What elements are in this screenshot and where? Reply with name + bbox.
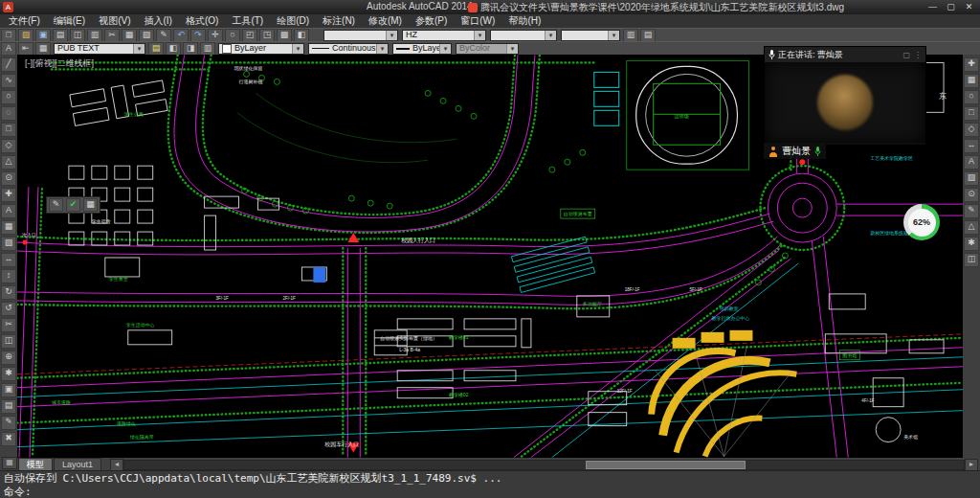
save-icon[interactable]: ▣ xyxy=(35,29,51,42)
triangle-snap-icon[interactable]: △ xyxy=(964,220,979,235)
viewport-controls[interactable]: [-][俯视][二维线框] xyxy=(25,57,94,70)
zoom-realtime-icon[interactable]: ○ xyxy=(225,29,240,42)
hatch-edit-icon[interactable]: ▨ xyxy=(964,171,979,186)
redo-icon[interactable]: ↷ xyxy=(190,29,206,42)
meeting-expand-icon[interactable]: ▢ xyxy=(902,51,910,59)
paste-icon[interactable]: ▧ xyxy=(139,29,154,42)
group-icon[interactable]: ▦ xyxy=(964,74,979,88)
layer-tool-icon[interactable]: ▤ xyxy=(1,399,16,414)
table-style-combo-arrow[interactable]: ▾ xyxy=(545,30,556,40)
text-tool-icon[interactable]: A xyxy=(1,204,16,218)
diamond-osnap-icon[interactable]: ◇ xyxy=(964,123,979,137)
menu-item-7[interactable]: 绘图(D) xyxy=(270,14,316,28)
linetype-combo[interactable]: Continuous ▾ xyxy=(308,43,389,55)
copy-icon[interactable]: ▦ xyxy=(122,29,137,42)
designcenter-icon[interactable]: ◧ xyxy=(294,29,309,42)
polygon-tool-icon[interactable]: ◇ xyxy=(1,139,16,153)
triangle-tool-icon[interactable]: △ xyxy=(1,155,16,170)
center-snap-icon[interactable]: ⊙ xyxy=(964,188,979,202)
close-button[interactable]: ✕ xyxy=(960,0,978,13)
zoom-window-icon[interactable]: ◰ xyxy=(242,29,257,42)
layer-previous-icon[interactable]: ◨ xyxy=(183,42,198,56)
block-tool-icon[interactable]: ▣ xyxy=(1,383,16,397)
mirror-icon[interactable]: ◫ xyxy=(964,253,979,267)
polyline-tool-icon[interactable]: ∿ xyxy=(1,74,16,88)
edit-tool-icon[interactable]: ✎ xyxy=(1,416,16,430)
linetype-combo-arrow[interactable]: ▾ xyxy=(376,43,388,54)
menu-item-4[interactable]: 插入(I) xyxy=(137,14,178,28)
menu-item-10[interactable]: 参数(P) xyxy=(409,14,454,28)
scrollbar-track[interactable] xyxy=(123,460,965,470)
scroll-left-arrow[interactable]: ◂ xyxy=(110,459,123,471)
layer-filter-icon[interactable]: ▥ xyxy=(200,42,215,56)
participant-row[interactable]: 曹灿景 xyxy=(764,144,826,159)
minimize-button[interactable]: — xyxy=(924,0,942,13)
publish-icon[interactable]: ▥ xyxy=(87,29,102,42)
speaker-video[interactable] xyxy=(765,62,925,143)
layer-properties-icon[interactable]: ▤ xyxy=(148,42,164,56)
mini-grid-icon[interactable]: ▦ xyxy=(83,198,98,212)
dim-style-combo[interactable]: HZ▾ xyxy=(402,30,486,41)
scrollbar-thumb[interactable] xyxy=(586,461,746,469)
zoom-previous-icon[interactable]: ◳ xyxy=(259,29,275,42)
meeting-more-icon[interactable]: ⋮ xyxy=(914,51,922,59)
pan-icon[interactable]: ✛ xyxy=(208,29,223,42)
undo-icon[interactable]: ↶ xyxy=(173,29,189,42)
mini-confirm-icon[interactable]: ✔ xyxy=(66,198,80,212)
lineweight-combo[interactable]: ByLayer ▾ xyxy=(392,43,452,55)
dim-vertical-icon[interactable]: ↕ xyxy=(1,269,16,283)
selected-blue-solid[interactable] xyxy=(313,267,325,283)
circle-tool-icon[interactable]: ○ xyxy=(1,90,16,104)
erase-tool-icon[interactable]: ✖ xyxy=(1,432,16,446)
donut-tool-icon[interactable]: ⊙ xyxy=(1,171,16,186)
mleader-style-combo[interactable]: ▾ xyxy=(561,30,620,41)
table-style-icon[interactable]: ▦ xyxy=(35,42,51,56)
text-style-icon[interactable]: A xyxy=(1,42,16,56)
plot-preview-icon[interactable]: ◫ xyxy=(70,29,85,42)
annotate-icon[interactable]: A xyxy=(964,155,979,170)
rect-osnap-icon[interactable]: □ xyxy=(964,106,979,121)
measure-icon[interactable]: ↔ xyxy=(964,139,979,153)
text-style-combo-top[interactable]: ▾ xyxy=(323,30,398,41)
pencil-icon[interactable]: ✎ xyxy=(964,204,979,218)
qnew-icon[interactable]: □ xyxy=(1,29,16,42)
menu-item-2[interactable]: 编辑(E) xyxy=(47,14,92,28)
rotate-tool-icon[interactable]: ↻ xyxy=(1,285,16,300)
menu-item-6[interactable]: 工具(T) xyxy=(225,14,270,28)
sheet-set-manager-icon[interactable]: ▤ xyxy=(640,29,656,42)
dim-linear-icon[interactable]: ↔ xyxy=(1,253,16,267)
text-style-combo-arrow[interactable]: ▾ xyxy=(133,43,145,54)
dim-style-icon[interactable]: ⇤ xyxy=(18,42,33,56)
color-combo-arrow[interactable]: ▾ xyxy=(292,43,303,54)
rectangle-tool-icon[interactable]: □ xyxy=(1,123,16,137)
color-combo[interactable]: ByLayer ▾ xyxy=(218,43,304,55)
match-properties-icon[interactable]: ✎ xyxy=(156,29,171,42)
menu-item-8[interactable]: 标注(N) xyxy=(316,14,362,28)
tool-palettes-icon[interactable]: ▥ xyxy=(623,29,638,42)
arc-tool-icon[interactable]: ◌ xyxy=(1,106,16,121)
menu-item-5[interactable]: 格式(O) xyxy=(179,14,225,28)
menu-item-3[interactable]: 视图(V) xyxy=(92,14,137,28)
text-style-combo-top-arrow[interactable]: ▾ xyxy=(386,30,397,40)
mini-edit-icon[interactable]: ✎ xyxy=(49,198,63,212)
line-tool-icon[interactable]: ╱ xyxy=(1,57,16,72)
mirror-tool-icon[interactable]: ◫ xyxy=(1,334,16,349)
cut-icon[interactable]: ✂ xyxy=(104,29,120,42)
menu-item-12[interactable]: 帮助(H) xyxy=(501,14,547,28)
command-prompt[interactable]: 命令: xyxy=(4,486,976,498)
maximize-button[interactable]: ▢ xyxy=(942,0,960,13)
tab-layout1[interactable]: Layout1 xyxy=(54,458,101,470)
table-style-combo[interactable]: ▾ xyxy=(490,30,557,41)
plot-icon[interactable]: ▤ xyxy=(53,29,68,42)
star-snap-icon[interactable]: ✱ xyxy=(964,237,979,251)
text-style-combo[interactable]: PUB TEXT ▾ xyxy=(54,43,145,55)
lineweight-combo-arrow[interactable]: ▾ xyxy=(439,43,451,54)
undo-tool-icon[interactable]: ↺ xyxy=(1,302,16,316)
layout-tabs-menu-icon[interactable]: ▦ xyxy=(2,457,17,469)
properties-icon[interactable]: ▩ xyxy=(277,29,292,42)
menu-item-1[interactable]: 文件(F) xyxy=(2,14,47,28)
explode-tool-icon[interactable]: ✱ xyxy=(1,367,16,381)
tab-model[interactable]: 模型 xyxy=(18,458,53,470)
trim-tool-icon[interactable]: ✂ xyxy=(1,318,16,332)
draworder-icon[interactable]: ✚ xyxy=(964,57,979,72)
